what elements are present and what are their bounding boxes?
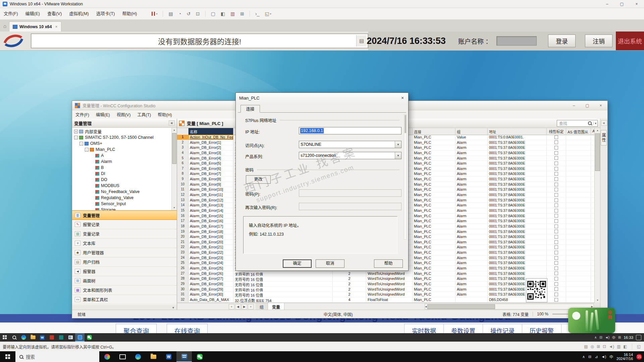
sheet-tab[interactable]: 组 xyxy=(256,303,268,310)
vm-wechat-button[interactable] xyxy=(85,333,94,342)
nav-item[interactable]: ▤用户归档 xyxy=(72,257,177,267)
column-header-connection[interactable]: 连接 xyxy=(413,128,455,135)
nav-item[interactable]: ☻用户管理器 xyxy=(72,248,177,257)
checkbox[interactable] xyxy=(554,167,558,171)
checkbox[interactable] xyxy=(554,177,558,181)
search-dropdown-icon[interactable]: ▾ xyxy=(593,122,597,125)
vmware-menu-item[interactable]: 选项卡(T) xyxy=(93,8,119,19)
edge-button[interactable] xyxy=(130,351,146,362)
vm-keyboard-icon[interactable]: ⊞ xyxy=(618,336,621,339)
logout-button[interactable]: 注销 xyxy=(585,35,612,47)
cancel-button[interactable]: 取消 xyxy=(316,259,344,268)
display-icon[interactable]: ◧ xyxy=(623,344,627,349)
alert-log-icon[interactable]: ▤ xyxy=(356,35,367,47)
search-box[interactable]: 查找 ▾ xyxy=(557,120,598,127)
tray-volume-icon[interactable]: ◄) xyxy=(601,355,606,359)
wincc-close-button[interactable]: × xyxy=(594,101,607,110)
checkbox[interactable] xyxy=(554,235,558,239)
checkbox[interactable] xyxy=(554,146,558,149)
tree-scrollbar[interactable]: ▲ ▼ xyxy=(171,128,177,210)
tree-item[interactable]: DI xyxy=(72,171,172,177)
tray-network-icon[interactable]: ⊿ xyxy=(595,355,598,359)
vm-search-button[interactable] xyxy=(9,333,19,342)
tree-item[interactable]: Sensor_Input xyxy=(72,201,172,207)
nav-item[interactable]: ▦文本和图形列表 xyxy=(72,286,177,295)
password-repeat-input[interactable] xyxy=(299,203,401,210)
scroll-down-icon[interactable]: ▼ xyxy=(596,298,599,303)
tree-item[interactable]: +内部变量 xyxy=(72,128,172,134)
wincc-menu-item[interactable]: 帮助(H) xyxy=(154,111,175,118)
tree-item[interactable]: Storage xyxy=(72,207,172,210)
dialog-scrollbar[interactable] xyxy=(404,114,407,240)
start-button[interactable] xyxy=(0,351,15,362)
scroll-left-icon[interactable]: ◀ xyxy=(425,304,427,309)
console-view-icon[interactable]: ▥ xyxy=(228,10,237,17)
checkbox[interactable] xyxy=(554,156,558,160)
tray-monitor-icon[interactable]: ⊟ xyxy=(588,355,591,359)
take-snapshot-icon[interactable]: ◔ xyxy=(176,10,183,17)
checkbox[interactable] xyxy=(554,188,558,191)
wincc-minimize-button[interactable]: – xyxy=(567,101,581,110)
usb-icon[interactable]: ⊡ xyxy=(603,344,606,349)
tree-item[interactable]: -OMS+ xyxy=(72,140,172,146)
tree-item[interactable]: Alarm xyxy=(72,159,172,165)
ctrl-alt-del-icon[interactable]: ▤ xyxy=(166,10,175,17)
wechat-button[interactable] xyxy=(192,351,207,362)
column-header-group[interactable]: 组 xyxy=(455,128,488,135)
vmware-menu-item[interactable]: 文件(F) xyxy=(0,8,22,19)
checkbox[interactable] xyxy=(554,298,558,302)
nav-item[interactable]: ≡文本库 xyxy=(72,239,177,248)
vmware-taskbar-button[interactable] xyxy=(176,351,192,362)
checkbox[interactable] xyxy=(554,261,558,265)
footer-nav-button[interactable]: 参数设置 xyxy=(443,324,483,334)
collapse-panel-icon[interactable]: « xyxy=(169,120,175,126)
nav-item[interactable]: ⊞画面树 xyxy=(72,276,177,286)
help-button[interactable]: 帮助 xyxy=(374,259,403,268)
tree-item[interactable]: B xyxy=(72,165,172,171)
vmware-menu-item[interactable]: 查看(V) xyxy=(44,8,65,19)
checkbox[interactable] xyxy=(554,209,558,213)
vm-start-button[interactable] xyxy=(0,333,9,342)
checkbox[interactable] xyxy=(554,256,558,260)
vm-explorer-button[interactable] xyxy=(28,333,38,342)
checkbox[interactable] xyxy=(554,135,558,139)
vm-clock[interactable]: 16:33 xyxy=(624,336,633,340)
vm-app-red-button[interactable] xyxy=(47,333,56,342)
access-point-dropdown-icon[interactable]: ▾ xyxy=(395,141,401,148)
properties-tab[interactable]: 属性 xyxy=(601,130,607,145)
panel-footer[interactable]: ▾ xyxy=(72,304,177,310)
vmware-menu-item[interactable]: 编辑(E) xyxy=(22,8,44,19)
tree-item[interactable]: Regulating_Valve xyxy=(72,195,172,201)
checkbox[interactable] xyxy=(554,151,558,155)
window-minimize-button[interactable]: – xyxy=(600,0,614,8)
sound-icon[interactable]: ◄) xyxy=(609,344,614,349)
printer-icon[interactable]: ▥ xyxy=(617,344,621,349)
scroll-up-icon[interactable]: ▲ xyxy=(596,128,599,133)
vm-app-teal-button[interactable] xyxy=(56,333,66,342)
unity-view-icon[interactable]: ⊞ xyxy=(238,10,246,17)
tray-expand-icon[interactable]: ∧ xyxy=(582,355,585,359)
checkbox[interactable] xyxy=(554,240,558,244)
checkbox[interactable] xyxy=(554,251,558,254)
taskbar-app-button[interactable] xyxy=(99,351,115,362)
vm-tray-monitor-icon[interactable]: ⊟ xyxy=(599,336,602,339)
nav-item[interactable]: ◄报警器 xyxy=(72,267,177,276)
checkbox[interactable] xyxy=(554,282,558,286)
tab-first-icon[interactable]: « xyxy=(229,304,234,309)
checkbox[interactable] xyxy=(554,266,558,270)
tree-expander-icon[interactable]: - xyxy=(85,148,89,152)
scroll-thumb[interactable] xyxy=(405,115,406,133)
footer-query-button[interactable]: 聚合查询 xyxy=(116,324,157,334)
scroll-thumb[interactable] xyxy=(595,133,600,171)
footer-nav-button[interactable]: 实时数据 xyxy=(404,324,444,334)
column-header-as-range[interactable]: AS 值范围从 xyxy=(566,128,591,135)
tab-prev-icon[interactable]: ◀ xyxy=(235,304,241,309)
window-maximize-button[interactable]: ▢ xyxy=(614,0,629,8)
table-row[interactable]: 27Alarm_DB_Error[26]无符号的 16 位值2WordToUns… xyxy=(177,271,595,277)
task-view-button[interactable] xyxy=(115,351,130,362)
checkbox[interactable] xyxy=(554,219,558,223)
tree-item[interactable]: DO xyxy=(72,177,172,183)
vm-edge-button[interactable] xyxy=(19,333,28,342)
restore-layout-icon[interactable]: ◱ xyxy=(637,344,641,349)
access-point-select[interactable]: S7ONLINE ▾ xyxy=(299,141,401,148)
